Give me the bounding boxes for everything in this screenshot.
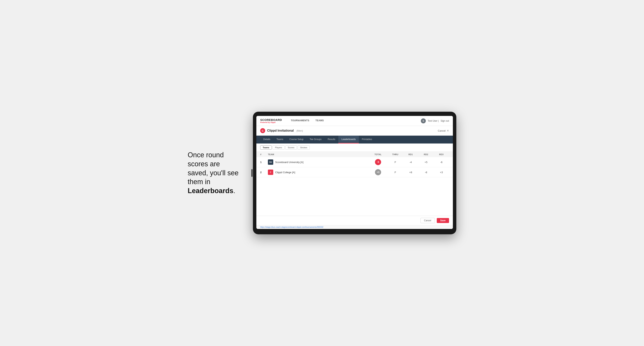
footer-cancel-btn[interactable]: Cancel (420, 218, 435, 223)
col-rd1: RD1 (403, 153, 418, 156)
logo-scoreboard: SCOREBOARD (260, 118, 282, 122)
tab-printables[interactable]: Printables (359, 136, 375, 144)
sign-out-link[interactable]: Sign out (440, 120, 449, 122)
thru-2: F (388, 171, 403, 174)
col-rd2: RD2 (418, 153, 434, 156)
tablet-device: SCOREBOARD Powered by clippd TOURNAMENTS… (253, 112, 456, 234)
top-nav-links: TOURNAMENTS TEAMS (288, 116, 421, 126)
tournament-gender: (Men) (296, 129, 303, 132)
filter-row: Teams Players Scores Strokes (256, 144, 453, 152)
team-name-1: Scoreboard University [A] (275, 161, 304, 164)
score-badge-2: +3 (375, 169, 381, 175)
rd2-1: +5 (418, 161, 434, 164)
tab-teams[interactable]: Teams (274, 136, 286, 144)
total-2: +3 (368, 169, 388, 175)
score-badge-1: -5 (375, 159, 381, 165)
side-button (252, 169, 252, 177)
team-logo-2: C (268, 170, 273, 175)
table-row: 1 SU Scoreboard University [A] -5 F -4 +… (256, 157, 453, 167)
table-header: # TEAM TOTAL THRU RD1 RD2 RD3 (256, 152, 453, 157)
team-cell-2: C Clippd College [A] (268, 170, 368, 175)
rank-1: 1 (260, 161, 268, 164)
rd1-1: -4 (403, 161, 418, 164)
top-nav-right: S Test User | Sign out (421, 118, 449, 123)
tab-details[interactable]: Details (260, 136, 274, 144)
tournament-name: Clippd Invitational (267, 129, 294, 132)
col-team: TEAM (268, 153, 368, 156)
team-name-2: Clippd College [A] (275, 171, 295, 174)
sidebar-bold: Leaderboards (188, 187, 233, 195)
user-name: Test User | (428, 120, 439, 122)
tournament-header: C Clippd Invitational (Men) Cancel ✕ (256, 126, 453, 136)
rd3-1: -6 (434, 161, 449, 164)
sidebar-text: Once round scores are saved, you'll see … (188, 151, 242, 195)
tournament-icon: C (260, 128, 265, 133)
filter-scores[interactable]: Scores (285, 145, 297, 150)
content-area (256, 177, 453, 216)
user-avatar: S (421, 118, 426, 123)
logo-powered: Powered by clippd (260, 122, 282, 123)
tab-leaderboards[interactable]: Leaderboards (338, 136, 359, 144)
tab-course-setup[interactable]: Course Setup (286, 136, 306, 144)
tab-results[interactable]: Results (324, 136, 338, 144)
nav-teams[interactable]: TEAMS (312, 116, 327, 126)
nav-tournaments[interactable]: TOURNAMENTS (288, 116, 312, 126)
logo-area: SCOREBOARD Powered by clippd (260, 118, 282, 123)
thru-1: F (388, 161, 403, 164)
col-total: TOTAL (368, 153, 388, 156)
tab-tee-groups[interactable]: Tee Groups (306, 136, 324, 144)
url-bar: https://stage-blue-coach.stagescoreboard… (256, 225, 453, 229)
col-rank: # (260, 153, 268, 156)
rd2-2: -8 (418, 171, 434, 174)
leaderboard-table: # TEAM TOTAL THRU RD1 RD2 RD3 1 SU Score… (256, 152, 453, 177)
filter-teams[interactable]: Teams (260, 145, 272, 150)
cancel-tournament-btn[interactable]: Cancel ✕ (438, 129, 449, 132)
tournament-title-area: C Clippd Invitational (Men) (260, 128, 303, 133)
table-row: 2 C Clippd College [A] +3 F +8 -8 +3 (256, 167, 453, 177)
rank-2: 2 (260, 171, 268, 174)
sub-nav: Details Teams Course Setup Tee Groups Re… (256, 136, 453, 144)
footer: Cancel Save (256, 216, 453, 225)
col-thru: THRU (388, 153, 403, 156)
filter-players[interactable]: Players (272, 145, 284, 150)
tablet-screen: SCOREBOARD Powered by clippd TOURNAMENTS… (256, 116, 453, 229)
rd3-2: +3 (434, 171, 449, 174)
team-cell-1: SU Scoreboard University [A] (268, 160, 368, 165)
total-1: -5 (368, 159, 388, 165)
col-rd3: RD3 (434, 153, 449, 156)
footer-save-btn[interactable]: Save (437, 218, 449, 223)
filter-strokes[interactable]: Strokes (298, 145, 310, 150)
team-logo-1: SU (268, 160, 273, 165)
cancel-x-icon: ✕ (447, 129, 449, 132)
page-wrapper: Once round scores are saved, you'll see … (188, 112, 456, 234)
top-nav: SCOREBOARD Powered by clippd TOURNAMENTS… (256, 116, 453, 126)
rd1-2: +8 (403, 171, 418, 174)
